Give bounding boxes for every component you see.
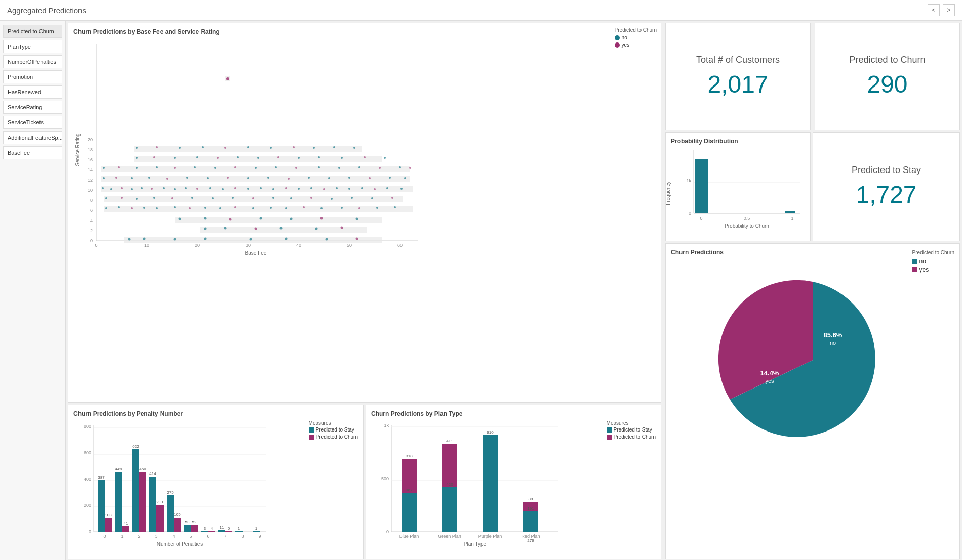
scatter-dot <box>174 206 176 208</box>
svg-text:20: 20 <box>88 137 93 142</box>
svg-text:8: 8 <box>241 534 244 539</box>
scatter-title: Churn Predictions by Base Fee and Servic… <box>73 28 656 35</box>
sidebar-item-predicted-to-churn[interactable]: Predicted to Churn <box>3 25 62 38</box>
plantype-stay-rect <box>607 427 612 433</box>
scatter-dot <box>121 187 123 189</box>
predicted-stay-value: 1,727 <box>856 181 916 208</box>
svg-text:10: 10 <box>88 188 93 193</box>
scatter-dot <box>222 188 224 190</box>
svg-text:1: 1 <box>121 534 123 539</box>
scatter-dot <box>166 178 168 180</box>
scatter-dot <box>341 227 343 229</box>
penalty-bar-4-stay <box>167 495 174 532</box>
penalty-bar-2-stay <box>132 449 139 532</box>
scatter-dot <box>272 197 274 199</box>
plantype-bar-blue-stay <box>402 493 417 532</box>
pie-label-yes-pct: 14.4% <box>760 369 779 377</box>
svg-text:40: 40 <box>296 243 301 248</box>
scatter-dot <box>290 218 293 220</box>
scatter-dot <box>115 177 117 179</box>
scatter-dot <box>318 166 320 168</box>
scatter-dot <box>179 218 181 220</box>
scatter-legend: Predicted to Churn no yes <box>615 27 657 49</box>
scatter-dot <box>234 166 236 168</box>
svg-text:5: 5 <box>189 534 192 539</box>
plantype-legend-churn: Predicted to Churn <box>607 434 656 440</box>
scatter-dot <box>186 177 188 179</box>
pie-legend-yes: yes <box>912 266 954 273</box>
scatter-dot <box>204 217 207 220</box>
svg-text:600: 600 <box>84 450 91 455</box>
scatter-dot <box>174 167 176 169</box>
sidebar-item-numberofpenalties[interactable]: NumberOfPenalties <box>3 55 62 68</box>
pie-legend-no-label: no <box>919 257 926 265</box>
sidebar-item-additionalfeaturesp[interactable]: AdditionalFeatureSp... <box>3 131 62 144</box>
penalty-bar-5-churn <box>191 525 198 532</box>
scatter-legend-yes-label: yes <box>622 42 630 48</box>
svg-text:201: 201 <box>156 500 164 504</box>
scatter-dot <box>103 167 105 169</box>
prob-dist-x-label: Probability to Churn <box>725 223 769 229</box>
scatter-dot <box>326 238 328 241</box>
scatter-dot <box>285 207 287 209</box>
svg-text:191: 191 <box>527 506 534 511</box>
nav-next-button[interactable]: > <box>943 4 955 16</box>
penalty-bar-4-churn <box>174 518 181 532</box>
penalty-panel: Churn Predictions by Penalty Number Meas… <box>68 405 364 559</box>
scatter-dot <box>131 177 133 179</box>
scatter-dot <box>247 146 249 148</box>
svg-text:Green Plan: Green Plan <box>438 534 461 539</box>
scatter-dot <box>224 147 226 149</box>
sidebar-item-servicetickets[interactable]: ServiceTickets <box>3 116 62 129</box>
scatter-dot <box>174 238 176 241</box>
sidebar-item-hasrenewed[interactable]: HasRenewed <box>3 85 62 99</box>
scatter-dot <box>212 197 214 199</box>
sidebar-item-servicerating[interactable]: ServiceRating <box>3 101 62 114</box>
scatter-band-10 <box>101 186 413 192</box>
scatter-dot <box>148 177 150 179</box>
scatter-dot <box>320 207 323 209</box>
scatter-dot <box>310 197 312 199</box>
scatter-dot <box>323 188 325 190</box>
scatter-dot <box>141 187 143 189</box>
svg-text:53: 53 <box>185 520 190 524</box>
scatter-dot <box>224 227 227 230</box>
sidebar-item-promotion[interactable]: Promotion <box>3 70 62 83</box>
scatter-dot <box>136 157 138 159</box>
svg-text:800: 800 <box>84 424 91 429</box>
svg-text:3: 3 <box>204 526 206 531</box>
scatter-dot <box>308 177 310 179</box>
scatter-dot <box>143 238 146 240</box>
sidebar-item-basefee[interactable]: BaseFee <box>3 146 62 159</box>
plantype-bar-red-stay <box>523 511 538 532</box>
scatter-dot <box>374 188 376 190</box>
scatter-dot <box>364 156 366 158</box>
plantype-legend-stay: Predicted to Stay <box>607 427 656 433</box>
scatter-dot <box>102 187 104 189</box>
predicted-stay-box: Predicted to Stay 1,727 <box>813 132 960 241</box>
scatter-dot <box>333 146 335 148</box>
pie-label-no-text: no <box>830 340 836 346</box>
nav-prev-button[interactable]: < <box>928 4 940 16</box>
scatter-dot <box>226 77 229 80</box>
pie-chart-panel: Churn Predictions Predicted to Churn no … <box>665 243 960 559</box>
scatter-dot <box>185 187 187 189</box>
scatter-dot <box>128 238 131 241</box>
sidebar-item-plantype[interactable]: PlanType <box>3 40 62 53</box>
svg-text:2: 2 <box>138 534 140 539</box>
scatter-panel: Churn Predictions by Base Fee and Servic… <box>68 23 661 403</box>
scatter-dot <box>171 197 173 199</box>
svg-text:20: 20 <box>195 243 200 248</box>
scatter-dot <box>288 178 290 180</box>
scatter-dot <box>290 197 292 199</box>
scatter-dot <box>118 166 120 168</box>
plantype-churn-rect <box>607 435 612 440</box>
svg-text:0: 0 <box>103 534 106 539</box>
predicted-churn-value: 290 <box>867 70 907 98</box>
right-area: Total # of Customers 2,017 Predicted to … <box>663 21 962 560</box>
penalty-bar-6-stay <box>201 531 208 532</box>
scatter-dot <box>361 187 363 189</box>
svg-text:0: 0 <box>95 243 97 248</box>
scatter-dot <box>310 187 312 189</box>
svg-text:0.5: 0.5 <box>744 216 750 221</box>
